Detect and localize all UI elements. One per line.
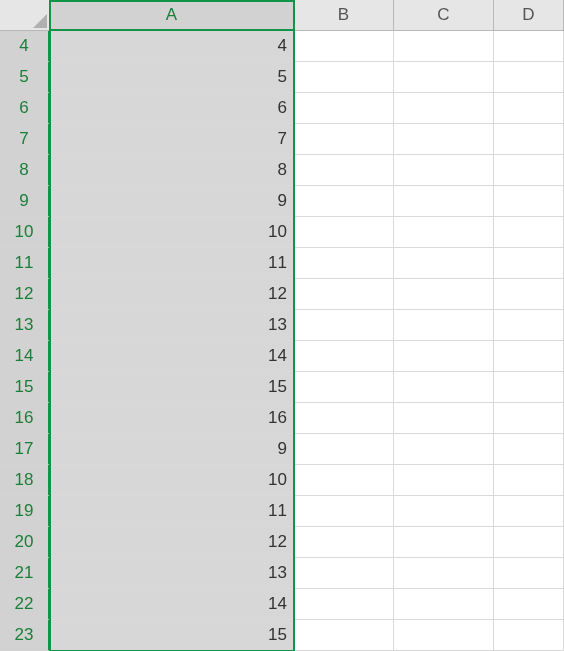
cell-D9[interactable] bbox=[494, 186, 564, 217]
cell-C14[interactable] bbox=[394, 341, 494, 372]
cell-A6[interactable]: 6 bbox=[50, 93, 294, 124]
column-header-A[interactable]: A bbox=[50, 0, 294, 31]
cell-C8[interactable] bbox=[394, 155, 494, 186]
cell-B4[interactable] bbox=[294, 31, 394, 62]
select-all-corner[interactable] bbox=[0, 0, 50, 31]
cell-B15[interactable] bbox=[294, 372, 394, 403]
cell-B18[interactable] bbox=[294, 465, 394, 496]
cell-A7[interactable]: 7 bbox=[50, 124, 294, 155]
row-header-5[interactable]: 5 bbox=[0, 62, 50, 93]
cell-D7[interactable] bbox=[494, 124, 564, 155]
cell-A16[interactable]: 16 bbox=[50, 403, 294, 434]
cell-D8[interactable] bbox=[494, 155, 564, 186]
cell-B10[interactable] bbox=[294, 217, 394, 248]
cell-A22[interactable]: 14 bbox=[50, 589, 294, 620]
cell-C13[interactable] bbox=[394, 310, 494, 341]
row-header-18[interactable]: 18 bbox=[0, 465, 50, 496]
cell-A12[interactable]: 12 bbox=[50, 279, 294, 310]
cell-D4[interactable] bbox=[494, 31, 564, 62]
cell-A10[interactable]: 10 bbox=[50, 217, 294, 248]
row-header-16[interactable]: 16 bbox=[0, 403, 50, 434]
cell-C23[interactable] bbox=[394, 620, 494, 651]
cell-C21[interactable] bbox=[394, 558, 494, 589]
cell-C20[interactable] bbox=[394, 527, 494, 558]
row-header-4[interactable]: 4 bbox=[0, 31, 50, 62]
cell-B8[interactable] bbox=[294, 155, 394, 186]
cell-C18[interactable] bbox=[394, 465, 494, 496]
cell-A18[interactable]: 10 bbox=[50, 465, 294, 496]
row-header-9[interactable]: 9 bbox=[0, 186, 50, 217]
cell-B19[interactable] bbox=[294, 496, 394, 527]
cell-B7[interactable] bbox=[294, 124, 394, 155]
row-header-20[interactable]: 20 bbox=[0, 527, 50, 558]
cell-A5[interactable]: 5 bbox=[50, 62, 294, 93]
cell-C11[interactable] bbox=[394, 248, 494, 279]
cell-D6[interactable] bbox=[494, 93, 564, 124]
row-header-12[interactable]: 12 bbox=[0, 279, 50, 310]
cell-B5[interactable] bbox=[294, 62, 394, 93]
cell-D13[interactable] bbox=[494, 310, 564, 341]
cell-A8[interactable]: 8 bbox=[50, 155, 294, 186]
cell-D22[interactable] bbox=[494, 589, 564, 620]
cell-C7[interactable] bbox=[394, 124, 494, 155]
cell-C5[interactable] bbox=[394, 62, 494, 93]
cell-A14[interactable]: 14 bbox=[50, 341, 294, 372]
row-header-19[interactable]: 19 bbox=[0, 496, 50, 527]
row-header-8[interactable]: 8 bbox=[0, 155, 50, 186]
cell-C22[interactable] bbox=[394, 589, 494, 620]
column-header-B[interactable]: B bbox=[294, 0, 394, 31]
cell-B20[interactable] bbox=[294, 527, 394, 558]
cell-D10[interactable] bbox=[494, 217, 564, 248]
cell-C4[interactable] bbox=[394, 31, 494, 62]
cell-D18[interactable] bbox=[494, 465, 564, 496]
row-header-23[interactable]: 23 bbox=[0, 620, 50, 651]
row-header-11[interactable]: 11 bbox=[0, 248, 50, 279]
cell-A20[interactable]: 12 bbox=[50, 527, 294, 558]
cell-C16[interactable] bbox=[394, 403, 494, 434]
cell-C15[interactable] bbox=[394, 372, 494, 403]
cell-D21[interactable] bbox=[494, 558, 564, 589]
cell-A21[interactable]: 13 bbox=[50, 558, 294, 589]
cell-C9[interactable] bbox=[394, 186, 494, 217]
cell-A17[interactable]: 9 bbox=[50, 434, 294, 465]
cell-B9[interactable] bbox=[294, 186, 394, 217]
cell-B13[interactable] bbox=[294, 310, 394, 341]
row-header-6[interactable]: 6 bbox=[0, 93, 50, 124]
row-header-15[interactable]: 15 bbox=[0, 372, 50, 403]
cell-D20[interactable] bbox=[494, 527, 564, 558]
cell-D17[interactable] bbox=[494, 434, 564, 465]
cell-C10[interactable] bbox=[394, 217, 494, 248]
cell-D12[interactable] bbox=[494, 279, 564, 310]
row-header-13[interactable]: 13 bbox=[0, 310, 50, 341]
cell-D16[interactable] bbox=[494, 403, 564, 434]
row-header-14[interactable]: 14 bbox=[0, 341, 50, 372]
column-header-D[interactable]: D bbox=[494, 0, 564, 31]
cell-A4[interactable]: 4 bbox=[50, 31, 294, 62]
cell-A13[interactable]: 13 bbox=[50, 310, 294, 341]
row-header-7[interactable]: 7 bbox=[0, 124, 50, 155]
row-header-17[interactable]: 17 bbox=[0, 434, 50, 465]
spreadsheet[interactable]: ABCD445566778899101011111212131314141515… bbox=[0, 0, 564, 651]
cell-A9[interactable]: 9 bbox=[50, 186, 294, 217]
cell-B12[interactable] bbox=[294, 279, 394, 310]
cell-B16[interactable] bbox=[294, 403, 394, 434]
row-header-10[interactable]: 10 bbox=[0, 217, 50, 248]
cell-B23[interactable] bbox=[294, 620, 394, 651]
cell-A11[interactable]: 11 bbox=[50, 248, 294, 279]
cell-C19[interactable] bbox=[394, 496, 494, 527]
cell-B11[interactable] bbox=[294, 248, 394, 279]
cell-D5[interactable] bbox=[494, 62, 564, 93]
cell-D23[interactable] bbox=[494, 620, 564, 651]
cell-B14[interactable] bbox=[294, 341, 394, 372]
cell-C17[interactable] bbox=[394, 434, 494, 465]
cell-C6[interactable] bbox=[394, 93, 494, 124]
cell-D14[interactable] bbox=[494, 341, 564, 372]
cell-B17[interactable] bbox=[294, 434, 394, 465]
cell-A23[interactable]: 15 bbox=[50, 620, 294, 651]
cell-B22[interactable] bbox=[294, 589, 394, 620]
cell-A19[interactable]: 11 bbox=[50, 496, 294, 527]
cell-D15[interactable] bbox=[494, 372, 564, 403]
column-header-C[interactable]: C bbox=[394, 0, 494, 31]
row-header-22[interactable]: 22 bbox=[0, 589, 50, 620]
cell-A15[interactable]: 15 bbox=[50, 372, 294, 403]
